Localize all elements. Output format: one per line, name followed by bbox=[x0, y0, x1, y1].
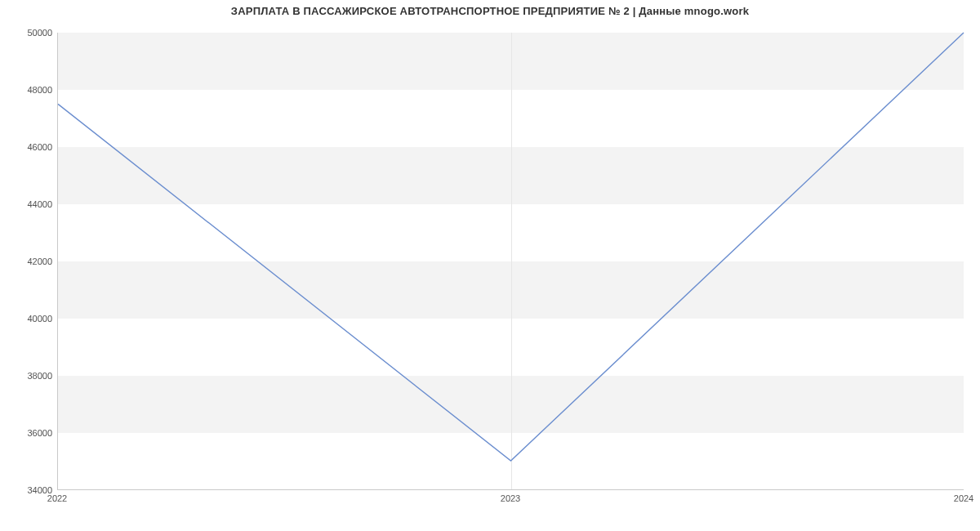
chart-container: ЗАРПЛАТА В ПАССАЖИРСКОЕ АВТОТРАНСПОРТНОЕ… bbox=[0, 0, 980, 531]
y-tick-label: 38000 bbox=[8, 371, 52, 381]
line-series bbox=[58, 33, 964, 489]
y-tick-label: 36000 bbox=[8, 428, 52, 438]
y-tick-label: 50000 bbox=[8, 28, 52, 38]
y-tick-label: 42000 bbox=[8, 257, 52, 266]
y-tick-label: 34000 bbox=[8, 485, 52, 495]
x-tick-label: 2023 bbox=[501, 493, 520, 503]
y-tick-label: 46000 bbox=[8, 142, 52, 152]
x-tick-label: 2022 bbox=[47, 493, 67, 503]
plot-area bbox=[57, 33, 964, 490]
y-tick-label: 40000 bbox=[8, 314, 52, 324]
chart-title: ЗАРПЛАТА В ПАССАЖИРСКОЕ АВТОТРАНСПОРТНОЕ… bbox=[0, 5, 980, 17]
y-tick-label: 44000 bbox=[8, 199, 52, 209]
y-tick-label: 48000 bbox=[8, 85, 52, 95]
x-tick-label: 2024 bbox=[954, 493, 973, 503]
